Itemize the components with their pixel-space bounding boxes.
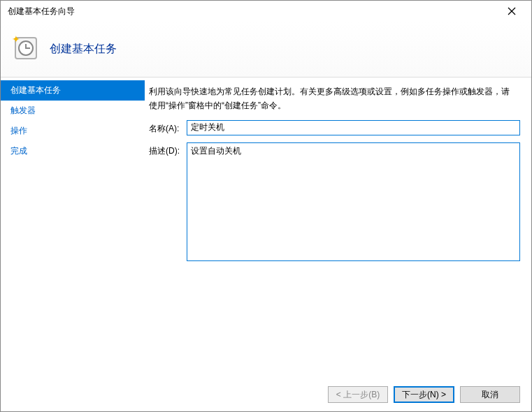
wizard-footer: < 上一步(B) 下一步(N) > 取消 [1, 378, 531, 411]
back-button: < 上一步(B) [328, 386, 388, 403]
cancel-button[interactable]: 取消 [460, 386, 520, 403]
sidebar: 创建基本任务 触发器 操作 完成 [1, 78, 145, 378]
sidebar-item-finish[interactable]: 完成 [1, 141, 145, 161]
sidebar-item-create-basic-task[interactable]: 创建基本任务 [1, 80, 145, 101]
description-row: 描述(D): [146, 142, 520, 261]
name-row: 名称(A): [146, 120, 520, 135]
next-button[interactable]: 下一步(N) > [394, 386, 454, 403]
sidebar-item-trigger[interactable]: 触发器 [1, 101, 145, 121]
window-title: 创建基本任务向导 [6, 6, 75, 17]
description-textarea[interactable] [187, 142, 520, 261]
name-input[interactable] [187, 120, 520, 135]
close-button[interactable] [498, 1, 526, 21]
header-title: 创建基本任务 [50, 42, 117, 57]
help-text: 利用该向导快速地为常见任务创建计划。有关更多高级选项或设置，例如多任务操作或触发… [146, 83, 520, 120]
description-label: 描述(D): [146, 142, 187, 157]
sidebar-item-action[interactable]: 操作 [1, 121, 145, 141]
close-icon [508, 7, 516, 15]
wizard-window: 创建基本任务向导 ✦ 创建基本任务 创建基本任务 触发器 操作 完成 利用该向导… [0, 0, 532, 412]
titlebar: 创建基本任务向导 [1, 1, 531, 22]
clock-task-icon: ✦ [15, 37, 40, 62]
content-pane: 利用该向导快速地为常见任务创建计划。有关更多高级选项或设置，例如多任务操作或触发… [145, 78, 531, 378]
wizard-body: 创建基本任务 触发器 操作 完成 利用该向导快速地为常见任务创建计划。有关更多高… [1, 78, 531, 378]
wizard-header: ✦ 创建基本任务 [1, 22, 531, 78]
name-label: 名称(A): [146, 120, 187, 135]
